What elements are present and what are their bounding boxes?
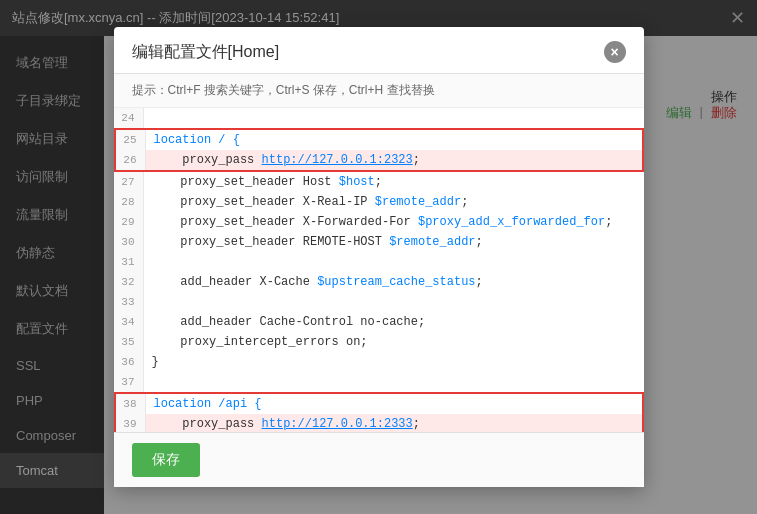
line-number: 33	[114, 292, 144, 312]
table-row: 33	[114, 292, 644, 312]
line-content: proxy_pass http://127.0.0.1:2323;	[146, 150, 642, 170]
line-number: 39	[116, 414, 146, 432]
line-number: 26	[116, 150, 146, 170]
highlight-block-2: 38location /api {39 proxy_pass http://12…	[114, 392, 644, 432]
line-number: 31	[114, 252, 144, 272]
line-content: location /api {	[146, 394, 642, 414]
line-number: 30	[114, 232, 144, 252]
line-content: proxy_pass http://127.0.0.1:2333;	[146, 414, 642, 432]
line-number: 35	[114, 332, 144, 352]
table-row: 35 proxy_intercept_errors on;	[114, 332, 644, 352]
line-number: 24	[114, 108, 144, 128]
line-number: 34	[114, 312, 144, 332]
table-row: 27 proxy_set_header Host $host;	[114, 172, 644, 192]
code-editor[interactable]: 2425location / {26 proxy_pass http://127…	[114, 108, 644, 432]
line-number: 29	[114, 212, 144, 232]
table-row: 32 add_header X-Cache $upstream_cache_st…	[114, 272, 644, 292]
modal-dialog: 编辑配置文件[Home] × 提示：Ctrl+F 搜索关键字，Ctrl+S 保存…	[114, 27, 644, 487]
save-button[interactable]: 保存	[132, 443, 200, 477]
table-row: 37	[114, 372, 644, 392]
modal-close-button[interactable]: ×	[604, 41, 626, 63]
table-row: 25location / {	[116, 130, 642, 150]
table-row: 34 add_header Cache-Control no-cache;	[114, 312, 644, 332]
table-row: 29 proxy_set_header X-Forwarded-For $pro…	[114, 212, 644, 232]
line-number: 25	[116, 130, 146, 150]
line-number: 37	[114, 372, 144, 392]
line-content: proxy_set_header X-Forwarded-For $proxy_…	[144, 212, 644, 232]
table-row: 36}	[114, 352, 644, 372]
modal-header: 编辑配置文件[Home] ×	[114, 27, 644, 74]
modal-hint: 提示：Ctrl+F 搜索关键字，Ctrl+S 保存，Ctrl+H 查找替换	[114, 74, 644, 108]
line-number: 28	[114, 192, 144, 212]
table-row: 39 proxy_pass http://127.0.0.1:2333;	[116, 414, 642, 432]
table-row: 30 proxy_set_header REMOTE-HOST $remote_…	[114, 232, 644, 252]
table-row: 28 proxy_set_header X-Real-IP $remote_ad…	[114, 192, 644, 212]
modal-footer: 保存	[114, 432, 644, 487]
modal-overlay: 编辑配置文件[Home] × 提示：Ctrl+F 搜索关键字，Ctrl+S 保存…	[0, 0, 757, 514]
line-content: add_header Cache-Control no-cache;	[144, 312, 644, 332]
line-number: 38	[116, 394, 146, 414]
line-content: location / {	[146, 130, 642, 150]
modal-title: 编辑配置文件[Home]	[132, 42, 280, 63]
line-number: 27	[114, 172, 144, 192]
line-content: add_header X-Cache $upstream_cache_statu…	[144, 272, 644, 292]
line-content: proxy_set_header X-Real-IP $remote_addr;	[144, 192, 644, 212]
line-number: 32	[114, 272, 144, 292]
modal-body: 2425location / {26 proxy_pass http://127…	[114, 108, 644, 432]
highlight-block-1: 25location / {26 proxy_pass http://127.0…	[114, 128, 644, 172]
table-row: 24	[114, 108, 644, 128]
line-content: proxy_set_header REMOTE-HOST $remote_add…	[144, 232, 644, 252]
table-row: 31	[114, 252, 644, 272]
line-content: proxy_intercept_errors on;	[144, 332, 644, 352]
line-number: 36	[114, 352, 144, 372]
line-content: }	[144, 352, 644, 372]
line-content: proxy_set_header Host $host;	[144, 172, 644, 192]
table-row: 38location /api {	[116, 394, 642, 414]
table-row: 26 proxy_pass http://127.0.0.1:2323;	[116, 150, 642, 170]
